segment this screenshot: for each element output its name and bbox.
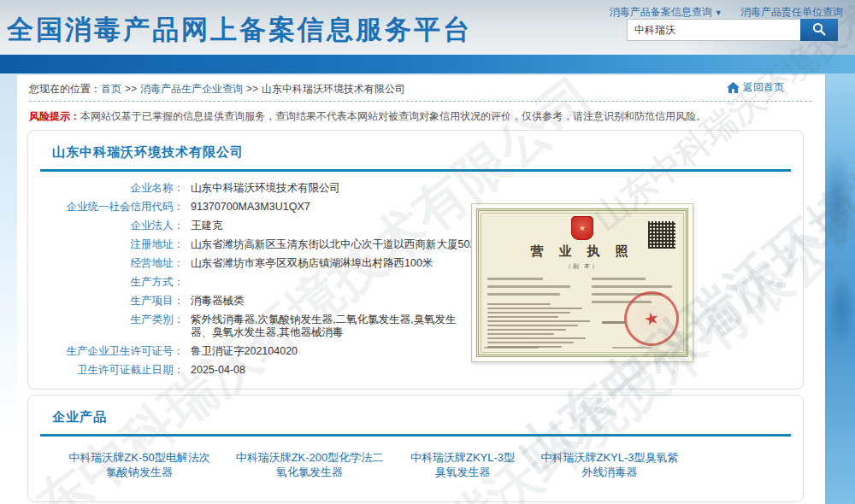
- top-nav: 消毒产品备案信息查询▼ 消毒产品责任单位查询: [594, 5, 843, 20]
- nav-record-query-label: 消毒产品备案信息查询: [610, 6, 712, 18]
- field-label: 生产企业卫生许可证号：: [28, 345, 184, 358]
- search-button[interactable]: [800, 19, 838, 41]
- breadcrumb-section-link[interactable]: 消毒产品生产企业查询: [140, 83, 243, 95]
- back-home: 返回首页: [727, 80, 784, 95]
- main-content: 您现在的位置：首页>>消毒产品生产企业查询>>山东中科瑞沃环境技术有限公司 返回…: [17, 75, 825, 504]
- breadcrumb-current: 山东中科瑞沃环境技术有限公司: [262, 83, 405, 95]
- company-name-title: 山东中科瑞沃环境技术有限公司: [52, 144, 803, 161]
- risk-notice-label: 风险提示：: [29, 110, 80, 122]
- product-link[interactable]: 中科瑞沃牌ZKYL-3型臭氧发生器: [406, 450, 519, 479]
- section-underline: [40, 169, 791, 172]
- home-icon: [727, 82, 740, 93]
- field-label: 生产方式：: [28, 276, 184, 289]
- product-link[interactable]: 中科瑞沃牌ZK-50型电解法次氯酸钠发生器: [66, 450, 213, 479]
- risk-notice: 风险提示：本网站仅基于已掌握的信息提供查询服务，查询结果不代表本网站对被查询对象…: [29, 109, 813, 124]
- product-links: 中科瑞沃牌ZK-50型电解法次氯酸钠发生器 中科瑞沃牌ZK-200型化学法二氧化…: [66, 450, 803, 479]
- nav-record-query-link[interactable]: 消毒产品备案信息查询▼: [610, 6, 722, 18]
- field-value: 山东省潍坊高新区玉清东街以北中心次干道以西商新大厦502房间: [191, 238, 497, 251]
- field-value: 鲁卫消证字202104020: [191, 345, 298, 358]
- back-home-link[interactable]: 返回首页: [743, 80, 784, 95]
- field-value: 山东中科瑞沃环境技术有限公司: [191, 182, 340, 195]
- license-text-lines: [487, 303, 597, 350]
- breadcrumb: 您现在的位置：首页>>消毒产品生产企业查询>>山东中科瑞沃环境技术有限公司: [29, 82, 813, 97]
- field-label: 注册地址：: [28, 238, 184, 251]
- business-license-image: ★ 营 业 执 照 （副 本） ★: [471, 203, 693, 362]
- background-molecule-graphic: [825, 73, 855, 504]
- product-link[interactable]: 中科瑞沃牌ZKYL-3型臭氧紫外线消毒器: [538, 450, 681, 479]
- search-input[interactable]: [627, 19, 800, 41]
- search-icon: [811, 21, 827, 39]
- risk-notice-text: 本网站仅基于已掌握的信息提供查询服务，查询结果不代表本网站对被查询对象信用状况的…: [80, 110, 706, 122]
- breadcrumb-separator: >>: [125, 83, 137, 95]
- field-label: 经营地址：: [28, 257, 184, 270]
- dashed-divider: [29, 101, 811, 102]
- field-value: 紫外线消毒器,次氯酸钠发生器,二氧化氯发生器,臭氧发生器、臭氧水发生器,其他器械…: [191, 314, 473, 339]
- field-label: 卫生许可证截止日期：: [28, 364, 184, 377]
- nav-unit-query-link[interactable]: 消毒产品责任单位查询: [740, 6, 843, 18]
- field-value: 王建克: [191, 220, 223, 232]
- products-title: 企业产品: [52, 409, 803, 425]
- field-label: 企业名称：: [28, 182, 184, 195]
- site-title: 全国消毒产品网上备案信息服务平台: [7, 12, 472, 48]
- field-label: 企业法人：: [28, 220, 184, 232]
- products-card: 企业产品 中科瑞沃牌ZK-50型电解法次氯酸钠发生器 中科瑞沃牌ZK-200型化…: [27, 395, 804, 502]
- qr-code: [648, 221, 675, 249]
- product-link[interactable]: 中科瑞沃牌ZK-200型化学法二氧化氯发生器: [232, 450, 387, 479]
- field-row: 企业名称： 山东中科瑞沃环境技术有限公司: [28, 182, 803, 195]
- license-subtitle: （副 本）: [479, 262, 686, 271]
- section-underline: [40, 434, 791, 437]
- breadcrumb-label: 您现在的位置：: [29, 83, 101, 95]
- license-text-lines: [487, 278, 583, 301]
- breadcrumb-separator: >>: [246, 83, 258, 95]
- emblem-star: ★: [579, 225, 586, 232]
- field-label: 生产类别：: [28, 314, 184, 339]
- field-value: 山东省潍坊市寒亭区双杨店镇湖淋埠出村路西100米: [191, 257, 433, 270]
- blue-divider-bar: [0, 55, 855, 73]
- field-value: 91370700MA3M3U1QX7: [191, 201, 310, 214]
- breadcrumb-home-link[interactable]: 首页: [101, 83, 121, 95]
- seal-star: ★: [642, 308, 661, 329]
- search-bar: [627, 19, 838, 41]
- field-value: 2025-04-08: [191, 364, 245, 377]
- license-text-lines: [612, 347, 681, 354]
- chevron-down-icon: ▼: [715, 9, 722, 17]
- license-text-lines: [484, 347, 578, 354]
- field-label: 企业统一社会信用代码：: [28, 201, 184, 214]
- field-label: 生产项目：: [28, 295, 184, 308]
- license-border: ★ 营 业 执 照 （副 本） ★: [476, 208, 688, 357]
- field-value: 消毒器械类: [191, 295, 245, 308]
- company-info-card: 山东中科瑞沃环境技术有限公司 企业名称： 山东中科瑞沃环境技术有限公司 企业统一…: [27, 130, 804, 390]
- field-row: 卫生许可证截止日期： 2025-04-08: [28, 364, 803, 377]
- national-emblem-icon: ★: [571, 216, 593, 240]
